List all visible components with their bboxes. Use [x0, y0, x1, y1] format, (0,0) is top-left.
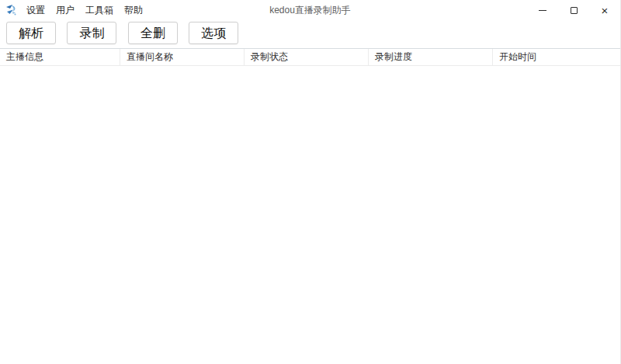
- close-button[interactable]: ×: [589, 0, 620, 20]
- toolbar: 解析 录制 全删 选项: [0, 20, 620, 48]
- options-button[interactable]: 选项: [189, 22, 238, 44]
- column-header-streamer-info[interactable]: 主播信息: [0, 49, 120, 65]
- menu-item-toolbox[interactable]: 工具箱: [80, 1, 119, 20]
- stream-list-header: 主播信息 直播间名称 录制状态 录制进度 开始时间: [0, 48, 620, 66]
- column-header-record-status[interactable]: 录制状态: [244, 49, 368, 65]
- title-bar: 设置 用户 工具箱 帮助 kedou直播录制助手 ×: [0, 0, 620, 20]
- stream-list-body: [0, 66, 620, 364]
- column-header-record-progress[interactable]: 录制进度: [368, 49, 492, 65]
- column-header-room-name[interactable]: 直播间名称: [120, 49, 244, 65]
- stream-list: 主播信息 直播间名称 录制状态 录制进度 开始时间: [0, 48, 620, 364]
- menu-item-user[interactable]: 用户: [50, 1, 80, 20]
- menu-item-settings[interactable]: 设置: [21, 1, 50, 20]
- record-button[interactable]: 录制: [67, 22, 116, 44]
- app-window: 设置 用户 工具箱 帮助 kedou直播录制助手 × 解析 录制 全删 选项 主…: [0, 0, 621, 364]
- window-controls: ×: [527, 0, 620, 20]
- maximize-button[interactable]: [558, 0, 589, 20]
- menu-bar: 设置 用户 工具箱 帮助: [21, 1, 148, 20]
- column-header-start-time[interactable]: 开始时间: [492, 49, 620, 65]
- parse-button[interactable]: 解析: [6, 22, 56, 44]
- minimize-icon: [539, 10, 546, 11]
- minimize-button[interactable]: [527, 0, 558, 20]
- delete-all-button[interactable]: 全删: [128, 22, 178, 44]
- app-logo-icon[interactable]: [5, 4, 18, 16]
- menu-item-help[interactable]: 帮助: [119, 1, 148, 20]
- close-icon: ×: [602, 5, 609, 16]
- maximize-icon: [571, 7, 578, 14]
